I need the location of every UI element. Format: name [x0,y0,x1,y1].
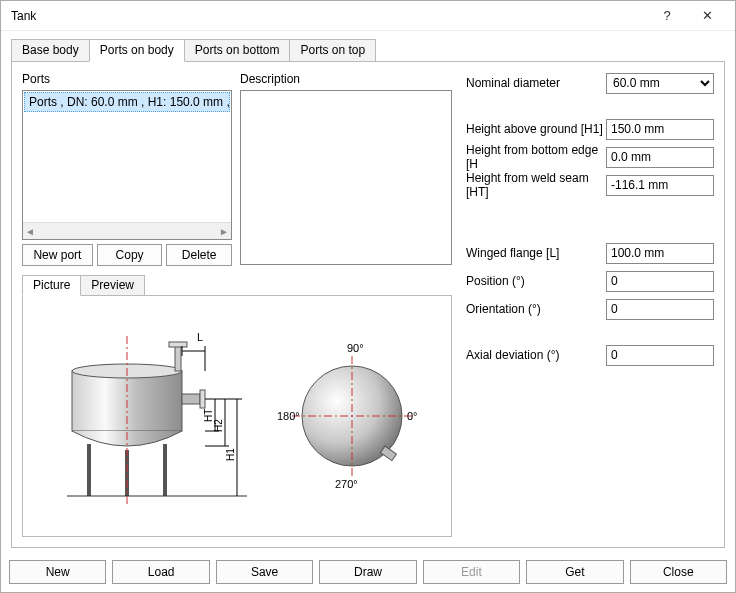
new-port-button[interactable]: New port [22,244,93,266]
get-button[interactable]: Get [526,560,623,584]
angle-180-label: 180° [277,410,300,422]
picture-tabs: Picture Preview [22,274,452,295]
orientation-label: Orientation (°) [466,302,606,316]
ports-listbox[interactable]: Ports , DN: 60.0 mm , H1: 150.0 mm , A: … [22,90,232,240]
angle-90-label: 90° [347,342,364,354]
save-button[interactable]: Save [216,560,313,584]
load-button[interactable]: Load [112,560,209,584]
height-bottom-edge-input[interactable] [606,147,714,168]
winged-flange-label: Winged flange [L] [466,246,606,260]
scroll-right-icon[interactable]: ► [219,226,229,237]
nominal-diameter-select[interactable]: 60.0 mm [606,73,714,94]
svg-rect-2 [182,394,200,404]
svg-rect-3 [200,390,205,408]
tank-dialog: Tank ? ✕ Base body Ports on body Ports o… [0,0,736,593]
height-bottom-edge-label: Height from bottom edge [H [466,143,606,171]
height-h1-label: Height above ground [H1] [466,122,606,136]
close-window-button[interactable]: ✕ [687,2,727,30]
height-h1-input[interactable] [606,119,714,140]
new-button[interactable]: New [9,560,106,584]
dim-h1-label: H1 [225,448,236,461]
titlebar: Tank ? ✕ [1,1,735,31]
winged-flange-input[interactable] [606,243,714,264]
position-label: Position (°) [466,274,606,288]
tab-ports-on-top[interactable]: Ports on top [289,39,376,62]
tank-side-diagram: L HT H2 H1 [47,316,247,516]
height-ht-input[interactable] [606,175,714,196]
angle-0-label: 0° [407,410,418,422]
edit-button: Edit [423,560,520,584]
svg-rect-5 [169,342,187,347]
content-area: Base body Ports on body Ports on bottom … [1,31,735,554]
axial-deviation-label: Axial deviation (°) [466,348,606,362]
left-column: Ports Description Ports , DN: 60.0 mm , … [22,72,452,537]
main-tabs: Base body Ports on body Ports on bottom … [11,39,725,61]
scroll-left-icon[interactable]: ◄ [25,226,35,237]
dim-l-label: L [197,331,203,343]
description-label: Description [240,72,300,86]
subtab-preview[interactable]: Preview [80,275,145,296]
ports-scrollbar[interactable]: ◄ ► [23,222,231,239]
draw-button[interactable]: Draw [319,560,416,584]
tab-ports-on-bottom[interactable]: Ports on bottom [184,39,291,62]
angle-270-label: 270° [335,478,358,490]
window-title: Tank [11,9,647,23]
right-column: Nominal diameter 60.0 mm Height above gr… [452,72,714,537]
tab-ports-on-body[interactable]: Ports on body [89,39,185,62]
delete-button[interactable]: Delete [166,244,232,266]
dim-h2-label: H2 [213,419,224,432]
nominal-diameter-label: Nominal diameter [466,76,606,90]
picture-panel: L HT H2 H1 [22,295,452,537]
orientation-input[interactable] [606,299,714,320]
position-input[interactable] [606,271,714,292]
close-button[interactable]: Close [630,560,727,584]
ports-label: Ports [22,72,240,86]
tank-top-diagram: 90° 0° 180° 270° [277,326,427,506]
height-ht-label: Height from weld seam [HT] [466,171,606,199]
bottom-buttons: New Load Save Draw Edit Get Close [1,554,735,592]
tab-panel: Ports Description Ports , DN: 60.0 mm , … [11,61,725,548]
help-button[interactable]: ? [647,2,687,30]
subtab-picture[interactable]: Picture [22,275,81,296]
ports-list-item[interactable]: Ports , DN: 60.0 mm , H1: 150.0 mm , A: [24,92,230,112]
tab-base-body[interactable]: Base body [11,39,90,62]
copy-button[interactable]: Copy [97,244,163,266]
axial-deviation-input[interactable] [606,345,714,366]
svg-rect-4 [175,346,181,371]
description-textbox[interactable] [240,90,452,265]
